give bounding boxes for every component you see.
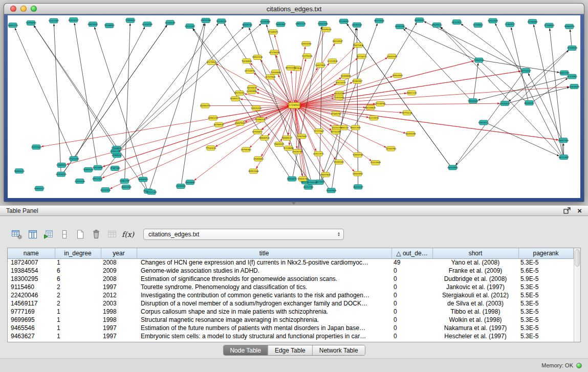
- cell-pagerank[interactable]: 5.6E-5: [518, 267, 573, 275]
- table-selector-combo[interactable]: citations_edges.txt ▲▼: [143, 229, 344, 240]
- cell-out_degree[interactable]: 0: [391, 308, 432, 316]
- cell-out_degree[interactable]: 0: [391, 332, 432, 340]
- scrollbar-thumb[interactable]: [575, 249, 580, 267]
- cell-in_degree[interactable]: 1: [55, 324, 101, 332]
- cell-out_degree[interactable]: 0: [391, 283, 432, 291]
- cell-year[interactable]: 1998: [101, 308, 137, 316]
- delete-columns-button[interactable]: [90, 228, 103, 240]
- cell-name[interactable]: 14569117: [8, 299, 55, 308]
- cell-title[interactable]: Estimation of the future numbers of pati…: [137, 324, 391, 332]
- cell-name[interactable]: 9115460: [8, 283, 55, 291]
- cell-year[interactable]: 2003: [101, 299, 137, 308]
- cell-short[interactable]: Franke et al. (2009): [432, 267, 518, 275]
- cell-out_degree[interactable]: 0: [391, 267, 432, 275]
- cell-name[interactable]: 22420046: [8, 291, 55, 299]
- column-header-pagerank[interactable]: pagerank: [518, 248, 573, 258]
- column-header-out_degree[interactable]: △ out_de…: [391, 248, 432, 258]
- network-graph[interactable]: 3689117674476054912223078151803784629441…: [8, 15, 580, 198]
- float-panel-icon[interactable]: [563, 207, 571, 214]
- import-table-button[interactable]: [42, 228, 55, 240]
- cell-title[interactable]: Genome-wide association studies in ADHD.: [137, 267, 391, 275]
- cell-title[interactable]: Changes of HCN gene expression and I(f) …: [137, 258, 391, 267]
- table-row[interactable]: 1938455462009Genome-wide association stu…: [8, 267, 573, 275]
- table-row[interactable]: 977716911998Corpus callosum shape and si…: [8, 308, 573, 316]
- cell-out_degree[interactable]: 0: [391, 316, 432, 324]
- cell-out_degree[interactable]: 0: [391, 275, 432, 283]
- cell-pagerank[interactable]: 5.3E-5: [518, 332, 573, 340]
- cell-short[interactable]: Yano et al. (2008): [432, 258, 518, 267]
- cell-out_degree[interactable]: 0: [391, 291, 432, 299]
- cell-short[interactable]: de Silva et al. (2003): [432, 299, 518, 308]
- cell-name[interactable]: 19384554: [8, 267, 55, 275]
- cell-title[interactable]: Investigating the contribution of common…: [137, 291, 391, 299]
- cell-title[interactable]: Embryonic stem cells: a model to study s…: [137, 332, 391, 340]
- cell-in_degree[interactable]: 6: [55, 267, 101, 275]
- cell-year[interactable]: 1997: [101, 332, 137, 340]
- tab-edge-table[interactable]: Edge Table: [268, 345, 312, 355]
- cell-year[interactable]: 2008: [101, 275, 137, 283]
- cell-pagerank[interactable]: 5.9E-5: [518, 275, 573, 283]
- table-row[interactable]: 2242004622012Investigating the contribut…: [8, 291, 573, 299]
- cell-name[interactable]: 9699695: [8, 316, 55, 324]
- cell-year[interactable]: 1997: [101, 283, 137, 291]
- cell-out_degree[interactable]: 0: [391, 324, 432, 332]
- cell-out_degree[interactable]: 0: [391, 299, 432, 308]
- new-document-button[interactable]: [74, 228, 87, 240]
- cell-short[interactable]: Nakamura et al. (1997): [432, 324, 518, 332]
- cell-name[interactable]: 9465546: [8, 324, 55, 332]
- cell-year[interactable]: 2012: [101, 291, 137, 299]
- delete-table-button[interactable]: [105, 228, 119, 240]
- cell-in_degree[interactable]: 1: [55, 258, 101, 267]
- cell-in_degree[interactable]: 2: [55, 283, 101, 291]
- table-scrollbar[interactable]: [574, 248, 581, 342]
- cell-short[interactable]: Jankovic et al. (1997): [432, 283, 518, 291]
- cell-title[interactable]: Structural magnetic resonance image aver…: [137, 316, 391, 324]
- cell-pagerank[interactable]: 5.3E-5: [518, 308, 573, 316]
- cell-short[interactable]: Dudbridge et al. (2008): [432, 275, 518, 283]
- cell-in_degree[interactable]: 6: [55, 275, 101, 283]
- cell-year[interactable]: 1997: [101, 324, 137, 332]
- cell-name[interactable]: 18724007: [8, 258, 55, 267]
- table-row[interactable]: 1456911722003Disruption of a novel membe…: [8, 299, 573, 308]
- table-row[interactable]: 946362711997Embryonic stem cells: a mode…: [8, 332, 573, 340]
- table-row[interactable]: 969969511998Structural magnetic resonanc…: [8, 316, 573, 324]
- cell-short[interactable]: Stergiakouli et al. (2012): [432, 291, 518, 299]
- column-header-in_degree[interactable]: in_degree: [55, 248, 101, 258]
- tab-network-table[interactable]: Network Table: [312, 345, 365, 355]
- window-titlebar[interactable]: citations_edges.txt: [4, 4, 584, 14]
- panel-resize-grip[interactable]: [287, 201, 301, 205]
- cell-name[interactable]: 9777169: [8, 308, 55, 316]
- cell-pagerank[interactable]: 5.3E-5: [518, 324, 573, 332]
- cell-in_degree[interactable]: 2: [55, 291, 101, 299]
- window-close-button[interactable]: [10, 6, 16, 12]
- window-minimize-button[interactable]: [20, 6, 27, 12]
- table-row[interactable]: 946554611997Estimation of the future num…: [8, 324, 573, 332]
- cell-in_degree[interactable]: 1: [55, 316, 101, 324]
- cell-title[interactable]: Corpus callosum shape and size in male p…: [137, 308, 391, 316]
- column-header-name[interactable]: name: [8, 248, 55, 258]
- cell-year[interactable]: 1998: [101, 316, 137, 324]
- table-row[interactable]: 911546021997Tourette syndrome. Phenomeno…: [8, 283, 573, 291]
- tab-node-table[interactable]: Node Table: [223, 345, 268, 355]
- cell-short[interactable]: Wolkin et al. (1998): [432, 316, 518, 324]
- column-header-short[interactable]: short: [432, 248, 518, 258]
- cell-in_degree[interactable]: 2: [55, 299, 101, 308]
- column-button[interactable]: [58, 228, 71, 240]
- column-header-title[interactable]: title: [137, 248, 391, 258]
- cell-title[interactable]: Estimation of significance thresholds fo…: [137, 275, 391, 283]
- network-canvas[interactable]: 3689117674476054912223078151803784629441…: [8, 15, 580, 198]
- table-row[interactable]: 1872400712008Changes of HCN gene express…: [8, 258, 573, 267]
- cell-name[interactable]: 18300295: [8, 275, 55, 283]
- cell-out_degree[interactable]: 49: [391, 258, 432, 267]
- cell-short[interactable]: Hescheler et al. (1997): [432, 332, 518, 340]
- cell-in_degree[interactable]: 1: [55, 308, 101, 316]
- cell-in_degree[interactable]: 1: [55, 332, 101, 340]
- cell-name[interactable]: 9463627: [8, 332, 55, 340]
- cell-title[interactable]: Disruption of a novel member of a sodium…: [137, 299, 391, 308]
- function-builder-button[interactable]: f(x): [121, 228, 135, 240]
- table-row[interactable]: 1830029562008Estimation of significance …: [8, 275, 573, 283]
- cell-pagerank[interactable]: 5.3E-5: [518, 299, 573, 308]
- cell-pagerank[interactable]: 5.3E-5: [518, 316, 573, 324]
- cell-pagerank[interactable]: 5.3E-5: [518, 258, 573, 267]
- cell-short[interactable]: Tibbo et al. (1998): [432, 308, 518, 316]
